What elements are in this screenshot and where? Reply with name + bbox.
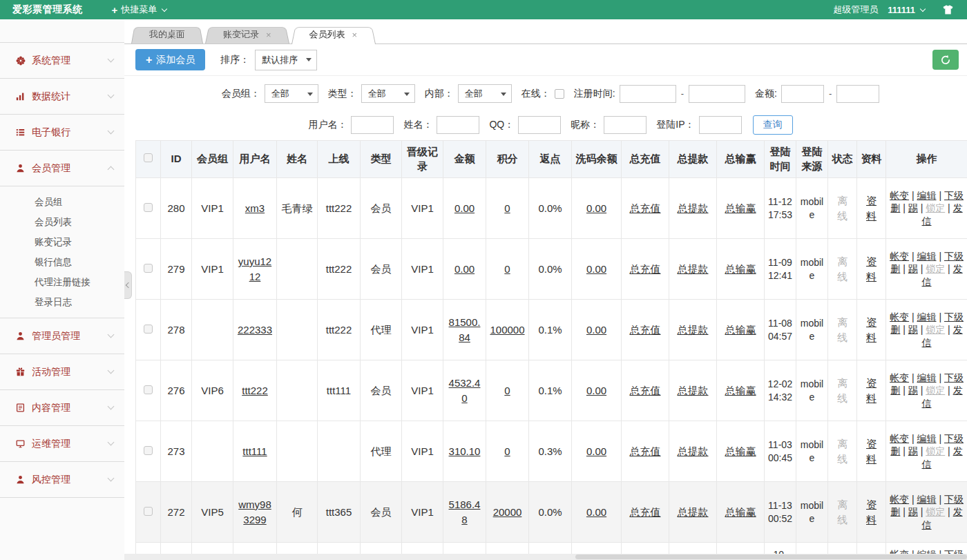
total-winloss-link[interactable]: 总输赢 (725, 385, 756, 396)
op-delete-link[interactable]: 删 (890, 506, 900, 517)
select-all-checkbox[interactable] (144, 153, 153, 162)
username-link[interactable]: wmy983299 (238, 499, 271, 525)
amount-link[interactable]: 81500.84 (449, 316, 481, 343)
op-edit-link[interactable]: 编辑 (917, 251, 937, 262)
op-lock-link[interactable]: 锁定 (926, 202, 945, 213)
total-deposit-link[interactable]: 总充值 (630, 202, 661, 214)
op-account-change-link[interactable]: 帐变 (890, 433, 909, 444)
op-delete-link[interactable]: 删 (890, 202, 900, 213)
profile-link[interactable]: 资料 (866, 499, 877, 525)
op-lock-link[interactable]: 锁定 (926, 445, 945, 456)
username-link[interactable]: ttt222 (242, 385, 268, 396)
sidebar-item[interactable]: 数据统计 (0, 78, 124, 114)
op-lock-link[interactable]: 锁定 (926, 506, 945, 517)
reg-time-from-input[interactable] (620, 85, 676, 103)
amount-link[interactable]: 310.10 (449, 445, 481, 457)
total-deposit-link[interactable]: 总充值 (630, 506, 661, 518)
wash-balance-link[interactable]: 0.00 (586, 385, 606, 396)
op-subordinate-link[interactable]: 下级 (944, 190, 964, 201)
add-member-button[interactable]: + 添加会员 (135, 49, 205, 70)
op-edit-link[interactable]: 编辑 (917, 372, 937, 383)
sidebar-subitem[interactable]: 代理注册链接 (0, 272, 124, 292)
login-ip-input[interactable] (699, 116, 742, 134)
op-kick-link[interactable]: 踢 (908, 385, 918, 396)
search-button[interactable]: 查询 (753, 115, 793, 135)
op-edit-link[interactable]: 编辑 (917, 433, 937, 444)
row-checkbox[interactable] (144, 385, 153, 394)
username-link[interactable]: xm3 (245, 202, 265, 214)
tab[interactable]: 会员列表× (291, 26, 376, 44)
row-checkbox[interactable] (144, 325, 153, 334)
profile-link[interactable]: 资料 (866, 316, 877, 343)
wash-balance-link[interactable]: 0.00 (586, 506, 606, 518)
row-checkbox[interactable] (144, 446, 153, 455)
qq-input[interactable] (518, 116, 561, 134)
sidebar-item[interactable]: 会员管理 (0, 150, 124, 186)
amount-link[interactable]: 5186.48 (449, 499, 481, 525)
scrollbar-thumb[interactable] (575, 554, 967, 559)
wash-balance-link[interactable]: 0.00 (586, 263, 606, 275)
total-withdraw-link[interactable]: 总提款 (678, 445, 709, 457)
sidebar-item[interactable]: 活动管理 (0, 354, 124, 389)
sort-select[interactable]: 默认排序 (255, 50, 317, 70)
total-withdraw-link[interactable]: 总提款 (678, 202, 709, 214)
online-checkbox[interactable] (555, 89, 564, 99)
tab-close-icon[interactable]: × (266, 30, 271, 39)
profile-link[interactable]: 资料 (866, 438, 877, 465)
amount-to-input[interactable] (836, 85, 879, 103)
wash-balance-link[interactable]: 0.00 (586, 202, 606, 214)
op-kick-link[interactable]: 踢 (908, 263, 918, 274)
total-deposit-link[interactable]: 总充值 (630, 445, 661, 457)
sidebar-item[interactable]: 内容管理 (0, 389, 124, 425)
sidebar-subitem[interactable]: 银行信息 (0, 252, 124, 272)
sidebar-subitem[interactable]: 登录日志 (0, 292, 124, 312)
total-withdraw-link[interactable]: 总提款 (678, 324, 709, 336)
username-link[interactable]: 222333 (238, 324, 272, 336)
name-input[interactable] (437, 116, 479, 134)
user-menu[interactable]: 超级管理员 111111 (833, 3, 925, 16)
op-account-change-link[interactable]: 帐变 (890, 251, 909, 262)
op-delete-link[interactable]: 删 (890, 445, 900, 456)
member-group-select[interactable]: 全部 (265, 84, 318, 103)
amount-link[interactable]: 0.00 (454, 263, 475, 275)
internal-select[interactable]: 全部 (458, 84, 512, 103)
points-link[interactable]: 0 (504, 202, 510, 214)
sidebar-subitem[interactable]: 会员组 (0, 192, 124, 212)
op-subordinate-link[interactable]: 下级 (944, 372, 964, 383)
total-winloss-link[interactable]: 总输赢 (725, 506, 756, 518)
points-link[interactable]: 20000 (493, 506, 522, 518)
refresh-button[interactable] (932, 50, 959, 70)
total-winloss-link[interactable]: 总输赢 (725, 202, 756, 214)
op-account-change-link[interactable]: 帐变 (890, 190, 909, 201)
type-select[interactable]: 全部 (361, 84, 415, 103)
amount-link[interactable]: 4532.40 (449, 377, 481, 404)
op-delete-link[interactable]: 删 (890, 385, 900, 396)
username-link[interactable]: ttt111 (242, 445, 267, 457)
username-link[interactable]: yuyu1212 (238, 255, 271, 282)
theme-skin-icon[interactable] (943, 5, 953, 15)
username-input[interactable] (351, 116, 394, 134)
op-kick-link[interactable]: 踢 (908, 506, 918, 517)
op-lock-link[interactable]: 锁定 (926, 385, 945, 396)
total-winloss-link[interactable]: 总输赢 (725, 324, 756, 336)
row-checkbox[interactable] (144, 264, 153, 273)
sidebar-subitem[interactable]: 账变记录 (0, 232, 124, 252)
sidebar-item[interactable]: 风控管理 (0, 461, 124, 497)
total-deposit-link[interactable]: 总充值 (630, 385, 661, 396)
wash-balance-link[interactable]: 0.00 (586, 324, 606, 336)
total-deposit-link[interactable]: 总充值 (630, 324, 661, 336)
row-checkbox[interactable] (144, 203, 153, 212)
op-lock-link[interactable]: 锁定 (926, 324, 945, 335)
sidebar-collapse-handle[interactable] (124, 271, 132, 299)
sidebar-item[interactable]: 系统管理 (0, 42, 124, 78)
sidebar-item[interactable]: 管理员管理 (0, 318, 124, 354)
tab[interactable]: 账变记录× (205, 26, 289, 44)
sidebar-subitem[interactable]: 会员列表 (0, 212, 124, 232)
tab-close-icon[interactable]: × (352, 30, 358, 39)
points-link[interactable]: 0 (504, 263, 510, 275)
total-withdraw-link[interactable]: 总提款 (678, 263, 709, 275)
total-withdraw-link[interactable]: 总提款 (678, 506, 709, 518)
op-delete-link[interactable]: 删 (890, 263, 900, 274)
total-deposit-link[interactable]: 总充值 (630, 263, 661, 275)
amount-link[interactable]: 0.00 (454, 202, 475, 214)
